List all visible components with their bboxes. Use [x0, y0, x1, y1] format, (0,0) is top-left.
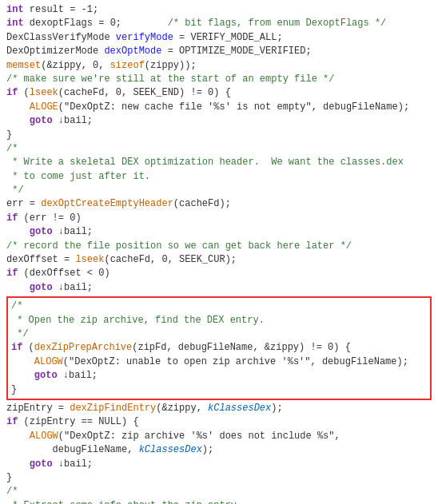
code-line: goto ↓bail;	[11, 369, 427, 383]
code-line: goto ↓bail;	[6, 225, 432, 239]
code-line: * Extract some info about the zip entry.	[6, 499, 432, 504]
code-line: if (dexOffset < 0)	[6, 267, 432, 280]
code-line: if (lseek(cacheFd, 0, SEEK_END) != 0) {	[6, 86, 432, 100]
code-line: }	[11, 383, 427, 397]
code-line: if (err != 0)	[6, 212, 432, 225]
code-line: * to come just after it.	[6, 170, 432, 184]
code-line: /* make sure we're still at the start of…	[6, 73, 432, 86]
code-line: ALOGW("DexOptZ: zip archive '%s' does no…	[6, 430, 432, 443]
code-line: int dexoptFlags = 0; /* bit flags, from …	[6, 17, 432, 30]
code-line: goto ↓bail;	[6, 458, 432, 471]
code-line: /*	[11, 300, 427, 313]
code-line: /*	[6, 142, 432, 156]
code-line: goto ↓bail;	[6, 114, 432, 128]
code-line: int result = -1;	[6, 3, 432, 17]
code-line: ALOGE("DexOptZ: new cache file '%s' is n…	[6, 101, 432, 114]
code-line: */	[11, 327, 427, 341]
code-line: /* record the file position so we can ge…	[6, 240, 432, 253]
code-line: debugFileName, kClassesDex);	[6, 443, 432, 457]
code-line: DexOptimizerMode dexOptMode = OPTIMIZE_M…	[6, 45, 432, 58]
code-editor: int result = -1; int dexoptFlags = 0; /*…	[0, 0, 438, 504]
code-line: DexClassVerifyMode verifyMode = VERIFY_M…	[6, 31, 432, 45]
code-line: zipEntry = dexZipFindEntry(&zippy, kClas…	[6, 402, 432, 415]
code-line: err = dexOptCreateEmptyHeader(cacheFd);	[6, 197, 432, 211]
code-line: memset(&zippy, 0, sizeof(zippy));	[6, 59, 432, 73]
code-line: if (zipEntry == NULL) {	[6, 415, 432, 429]
code-line: /*	[6, 485, 432, 498]
code-line: * Write a skeletal DEX optimization head…	[6, 156, 432, 169]
code-line: */	[6, 184, 432, 197]
highlighted-code-block: /* * Open the zip archive, find the DEX …	[6, 296, 432, 400]
code-line: ALOGW("DexOptZ: unable to open zip archi…	[11, 355, 427, 369]
code-line: dexOffset = lseek(cacheFd, 0, SEEK_CUR);	[6, 253, 432, 267]
code-line: }	[6, 129, 432, 142]
code-line: goto ↓bail;	[6, 281, 432, 295]
code-line: * Open the zip archive, find the DEX ent…	[11, 314, 427, 327]
code-line: }	[6, 471, 432, 485]
code-line: if (dexZipPrepArchive(zipFd, debugFileNa…	[11, 341, 427, 355]
